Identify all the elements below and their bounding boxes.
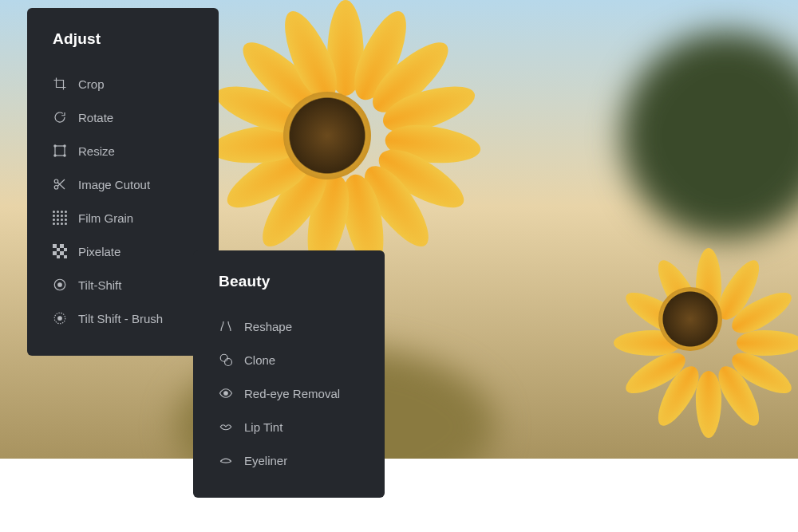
tool-label: Rotate [78, 111, 113, 124]
svg-point-6 [54, 186, 58, 190]
resize-icon [53, 144, 67, 158]
svg-point-10 [58, 317, 62, 321]
tool-reshape[interactable]: Reshape [219, 309, 359, 343]
tool-label: Resize [78, 144, 115, 158]
lips-icon [219, 420, 233, 434]
tool-label: Tilt Shift - Brush [78, 312, 163, 325]
tool-label: Red-eye Removal [244, 387, 340, 400]
tool-tilt-shift-brush[interactable]: Tilt Shift - Brush [53, 301, 193, 335]
crop-icon [53, 77, 67, 91]
svg-point-1 [54, 145, 56, 147]
tool-crop[interactable]: Crop [53, 67, 193, 100]
adjust-panel-title: Adjust [53, 30, 193, 48]
reshape-icon [219, 319, 233, 333]
tool-label: Crop [78, 77, 105, 91]
svg-point-4 [64, 155, 65, 156]
tool-label: Eyeliner [244, 454, 287, 467]
tool-label: Pixelate [78, 245, 120, 258]
svg-point-11 [220, 354, 227, 361]
svg-point-2 [64, 145, 65, 147]
svg-rect-0 [55, 146, 65, 156]
clone-icon [219, 353, 233, 367]
redeye-icon [219, 386, 233, 400]
photo-sunflower-large [223, 32, 431, 239]
tool-label: Tilt-Shift [78, 278, 121, 292]
tool-lip-tint[interactable]: Lip Tint [219, 410, 359, 443]
svg-point-5 [54, 179, 58, 183]
photo-sunflower-small [610, 239, 770, 399]
tool-label: Film Grain [78, 211, 133, 225]
beauty-panel: Beauty Reshape Clone Red-eye Removal Lip… [193, 250, 385, 498]
tool-image-cutout[interactable]: Image Cutout [53, 167, 193, 201]
tool-eyeliner[interactable]: Eyeliner [219, 443, 359, 477]
adjust-panel: Adjust Crop Rotate Resize Image Cutout F… [27, 8, 219, 356]
scissors-icon [53, 177, 67, 191]
svg-point-3 [54, 155, 56, 156]
eyeliner-icon [219, 453, 233, 467]
tool-resize[interactable]: Resize [53, 134, 193, 167]
tool-label: Reshape [244, 320, 292, 333]
tilt-shift-brush-icon [53, 311, 67, 325]
svg-point-12 [225, 359, 232, 366]
tool-label: Lip Tint [244, 420, 282, 434]
pixelate-icon [53, 244, 67, 258]
tool-label: Image Cutout [78, 178, 150, 191]
tool-film-grain[interactable]: Film Grain [53, 201, 193, 234]
svg-point-8 [58, 283, 62, 287]
tool-rotate[interactable]: Rotate [53, 100, 193, 134]
tool-tilt-shift[interactable]: Tilt-Shift [53, 268, 193, 301]
grain-icon [53, 211, 67, 225]
tool-clone[interactable]: Clone [219, 343, 359, 376]
rotate-icon [53, 110, 67, 124]
svg-point-13 [224, 392, 228, 396]
beauty-panel-title: Beauty [219, 273, 359, 290]
tool-label: Clone [244, 353, 275, 367]
tilt-shift-icon [53, 278, 67, 292]
tool-pixelate[interactable]: Pixelate [53, 234, 193, 268]
tool-red-eye-removal[interactable]: Red-eye Removal [219, 376, 359, 410]
